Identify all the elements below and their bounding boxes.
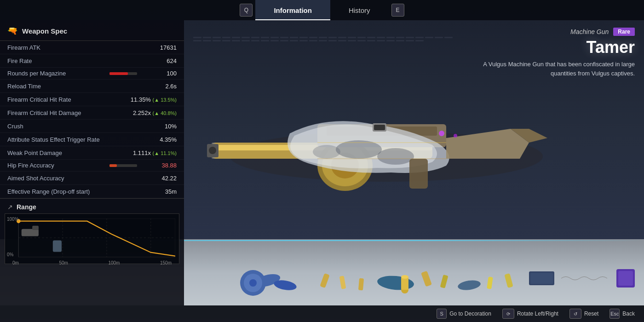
stat-bar	[109, 164, 137, 167]
stat-label: Fire Rate	[7, 58, 167, 64]
reset-action: ↺ Reset	[569, 309, 598, 319]
stat-bar-container: 38.88	[109, 162, 177, 169]
weapon-type-row: Machine Gun Rare	[460, 28, 635, 36]
range-x-0: 0m	[12, 260, 19, 265]
reset-icon-key[interactable]: ↺	[569, 309, 581, 319]
svg-rect-50	[32, 226, 39, 230]
rotate-action: ⟳ Rotate Left/Right	[502, 309, 558, 319]
stat-value: 4.35%	[160, 136, 177, 143]
stat-value-container: 38.88	[109, 162, 177, 169]
svg-point-11	[313, 145, 340, 159]
stat-row: Weak Point Damage1.111x (▲ 11.1%)	[0, 146, 184, 160]
stat-value: 42.22	[161, 175, 177, 182]
weapon-spec-header: 🔫 Weapon Spec	[0, 20, 184, 41]
stat-value-container: 624	[167, 57, 177, 65]
stat-label: Attribute Status Effect Trigger Rate	[7, 136, 160, 143]
stat-row: Reload Time2.6s	[0, 80, 184, 93]
esc-key[interactable]: Esc	[610, 309, 620, 319]
stat-row: Firearm ATK17631	[0, 41, 184, 54]
go-to-decoration-label: Go to Decoration	[449, 310, 491, 317]
weapon-name: Tamer	[460, 38, 635, 57]
range-header: ↗ Range	[0, 198, 184, 213]
stat-value: 1.111x (▲ 11.1%)	[133, 150, 177, 156]
go-to-decoration-action: S Go to Decoration	[437, 309, 491, 319]
range-icon: ↗	[7, 203, 13, 211]
rotate-label: Rotate Left/Right	[517, 310, 558, 317]
stat-value-container: 10%	[165, 122, 177, 130]
svg-rect-51	[53, 241, 62, 252]
rotate-icon-key[interactable]: ⟳	[502, 309, 514, 319]
weapon-display	[175, 64, 598, 230]
svg-point-17	[439, 131, 444, 136]
svg-point-24	[377, 275, 414, 292]
svg-rect-28	[487, 276, 493, 289]
rarity-badge: Rare	[613, 28, 635, 36]
svg-rect-31	[530, 273, 553, 284]
weapon-spec-title: Weapon Spec	[22, 27, 67, 35]
stat-row: Firearm Critical Hit Rate11.35% (▲ 13.5%…	[0, 93, 184, 106]
stat-label: Firearm Critical Hit Rate	[7, 96, 131, 103]
stat-bonus: (▲ 11.1%)	[153, 150, 177, 156]
svg-rect-26	[440, 275, 448, 288]
bottom-bar: S Go to Decoration ⟳ Rotate Left/Right ↺…	[0, 305, 644, 322]
stat-label: Firearm Critical Hit Damage	[7, 109, 133, 116]
stat-value: 2.6s	[165, 83, 177, 90]
stat-bonus: (▲ 13.5%)	[153, 97, 177, 103]
stat-value: 17631	[160, 44, 177, 51]
svg-rect-21	[320, 273, 330, 288]
stat-bonus: (▲ 40.8%)	[153, 110, 177, 116]
stat-bar-fill	[109, 72, 128, 75]
stat-label: Effective Range (Drop-off start)	[7, 188, 165, 195]
svg-rect-25	[421, 271, 432, 287]
stat-label: Rounds per Magazine	[7, 70, 109, 77]
right-info-panel: Machine Gun Rare Tamer A Vulgus Machine …	[451, 20, 644, 85]
stat-value: 11.35% (▲ 13.5%)	[131, 96, 177, 103]
stat-label: Weak Point Damage	[7, 150, 133, 156]
svg-point-9	[336, 140, 382, 159]
top-navigation: Q Information History E	[0, 0, 644, 20]
svg-point-18	[454, 134, 457, 138]
range-title: Range	[17, 203, 36, 211]
range-chart: 100% 0% 0m 50m 100m 150m	[5, 213, 179, 264]
svg-point-39	[249, 279, 257, 287]
range-chart-svg	[9, 218, 175, 258]
back-label: Back	[622, 310, 635, 317]
tab-information[interactable]: Information	[255, 0, 330, 20]
stat-value-container: 35m	[165, 187, 177, 196]
range-x-150: 150m	[160, 260, 172, 265]
stat-value-container: 2.6s	[165, 82, 177, 90]
svg-point-14	[209, 147, 216, 154]
stat-row: Hip Fire Accuracy38.88	[0, 160, 184, 172]
s-key[interactable]: S	[437, 309, 447, 319]
stat-bar-container: 100	[109, 70, 177, 77]
svg-point-27	[457, 279, 481, 292]
range-x-50: 50m	[59, 260, 68, 265]
floor-items	[184, 244, 644, 308]
q-key[interactable]: Q	[240, 4, 253, 17]
tab-history[interactable]: History	[330, 0, 389, 20]
e-key[interactable]: E	[391, 4, 404, 17]
stat-value-container: 42.22	[161, 174, 177, 182]
stat-label: Hip Fire Accuracy	[7, 162, 109, 169]
svg-rect-16	[374, 125, 385, 130]
stat-value-container: 11.35% (▲ 13.5%)	[131, 95, 177, 104]
weapon-type-label: Machine Gun	[570, 28, 609, 35]
svg-rect-23	[358, 278, 364, 291]
stat-row: Crush10%	[0, 120, 184, 133]
stat-value-container: 17631	[160, 43, 177, 52]
stat-label: Firearm ATK	[7, 44, 160, 51]
stat-row: Aimed Shot Accuracy42.22	[0, 172, 184, 185]
range-y-100: 100%	[7, 217, 19, 222]
weapon-description: A Vulgus Machine Gun that has been confi…	[469, 60, 635, 78]
stat-row: Effective Range (Drop-off start)35m	[0, 185, 184, 198]
back-action: Esc Back	[610, 309, 635, 319]
svg-rect-29	[504, 273, 513, 288]
stats-container: Firearm ATK17631Fire Rate624Rounds per M…	[0, 41, 184, 198]
svg-point-10	[377, 148, 414, 165]
stat-bar-fill	[109, 164, 117, 167]
svg-rect-22	[339, 276, 346, 289]
stat-row: Rounds per Magazine100	[0, 68, 184, 80]
stat-value-container: 1.111x (▲ 11.1%)	[133, 149, 177, 157]
stat-label: Reload Time	[7, 83, 165, 90]
stat-value: 10%	[165, 123, 177, 130]
